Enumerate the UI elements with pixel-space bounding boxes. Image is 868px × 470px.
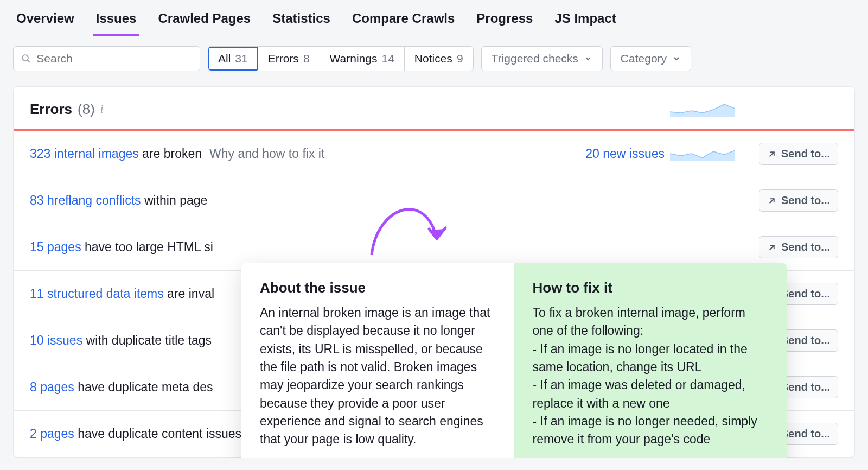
issue-row: 83 hreflang conflicts within pageSend to… (14, 177, 854, 224)
new-issues-link[interactable]: 20 new issues (551, 147, 670, 161)
send-to-label: Send to... (781, 241, 830, 253)
tab-progress[interactable]: Progress (473, 7, 536, 36)
filter-notices[interactable]: Notices 9 (405, 47, 473, 71)
filter-segments: All 31Errors 8Warnings 14Notices 9 (208, 46, 474, 71)
tab-statistics[interactable]: Statistics (269, 7, 334, 36)
filter-errors[interactable]: Errors 8 (258, 47, 320, 71)
issue-text: have too large HTML si (81, 240, 213, 254)
issue-link[interactable]: 83 hreflang conflicts (30, 193, 141, 207)
tab-compare-crawls[interactable]: Compare Crawls (349, 7, 458, 36)
dropdown-label: Triggered checks (492, 52, 578, 65)
issue-link[interactable]: 10 issues (30, 333, 82, 347)
send-to-button[interactable]: Send to... (759, 143, 838, 165)
popover-fix: How to fix it To fix a broken internal i… (514, 263, 787, 458)
filter-count: 9 (457, 52, 463, 65)
issue-cell: 15 pages have too large HTML si (30, 240, 551, 255)
filter-label: Errors (268, 52, 299, 65)
toolbar: All 31Errors 8Warnings 14Notices 9 Trigg… (0, 36, 868, 81)
issue-link[interactable]: 323 internal images (30, 147, 139, 161)
popover-fix-title: How to fix it (533, 280, 769, 296)
send-to-button[interactable]: Send to... (759, 189, 838, 212)
filter-count: 14 (381, 52, 394, 65)
filter-count: 8 (303, 52, 310, 65)
popover-about-body: An internal broken image is an image tha… (260, 304, 496, 449)
send-to-label: Send to... (781, 288, 830, 300)
issue-text: with duplicate title tags (82, 333, 212, 347)
send-icon (767, 243, 777, 252)
panel-title: Errors (30, 101, 72, 118)
svg-line-1 (27, 60, 30, 62)
issue-row: 323 internal images are brokenWhy and ho… (14, 131, 854, 177)
issue-link[interactable]: 8 pages (30, 380, 74, 394)
filter-all[interactable]: All 31 (208, 47, 258, 71)
search-input[interactable] (36, 52, 192, 65)
issue-text: have duplicate content issues (74, 427, 241, 441)
sparkline-cell (670, 144, 741, 164)
main-tabs: OverviewIssuesCrawled PagesStatisticsCom… (0, 0, 868, 36)
popover-about-title: About the issue (260, 280, 496, 296)
search-box[interactable] (13, 46, 200, 71)
triggered-checks-dropdown[interactable]: Triggered checks (481, 46, 603, 71)
why-how-popover: About the issue An internal broken image… (241, 263, 787, 458)
issue-text: within page (141, 193, 208, 207)
errors-panel: Errors (8) i 323 internal images are bro… (13, 86, 855, 458)
send-to-label: Send to... (781, 334, 830, 347)
filter-label: Notices (414, 52, 452, 65)
tab-issues[interactable]: Issues (93, 7, 140, 36)
issue-text: are inval (164, 287, 214, 301)
send-to-label: Send to... (781, 381, 830, 393)
chevron-down-icon (672, 54, 681, 63)
tab-overview[interactable]: Overview (13, 7, 78, 36)
search-icon (21, 53, 31, 64)
filter-warnings[interactable]: Warnings 14 (320, 47, 405, 71)
send-to-label: Send to... (781, 428, 830, 440)
tab-crawled-pages[interactable]: Crawled Pages (155, 7, 254, 36)
popover-about: About the issue An internal broken image… (241, 263, 514, 458)
issue-text: have duplicate meta des (74, 380, 213, 394)
sparkline (670, 144, 735, 161)
why-and-how-link[interactable]: Why and how to fix it (209, 147, 324, 161)
send-to-label: Send to... (781, 148, 830, 160)
tab-js-impact[interactable]: JS Impact (551, 7, 619, 36)
chevron-down-icon (584, 54, 592, 63)
send-to-button[interactable]: Send to... (759, 236, 838, 258)
category-dropdown[interactable]: Category (610, 46, 691, 71)
panel-header: Errors (8) i (14, 87, 854, 129)
issue-text: are broken (139, 147, 202, 161)
info-icon[interactable]: i (100, 103, 104, 116)
sparkline (670, 100, 735, 117)
send-icon (767, 196, 777, 206)
issue-cell: 83 hreflang conflicts within page (30, 193, 551, 208)
send-icon (767, 149, 777, 159)
issue-link[interactable]: 15 pages (30, 240, 81, 254)
svg-point-0 (22, 55, 28, 61)
popover-fix-body: To fix a broken internal image, perform … (533, 304, 769, 449)
filter-count: 31 (235, 52, 247, 65)
issue-cell: 323 internal images are brokenWhy and ho… (30, 147, 551, 161)
filter-label: All (218, 52, 231, 65)
issue-link[interactable]: 11 structured data items (30, 287, 164, 301)
send-to-label: Send to... (781, 194, 830, 207)
dropdown-label: Category (621, 52, 667, 65)
issue-link[interactable]: 2 pages (30, 427, 74, 441)
panel-count: (8) (78, 101, 95, 118)
filter-label: Warnings (330, 52, 378, 65)
